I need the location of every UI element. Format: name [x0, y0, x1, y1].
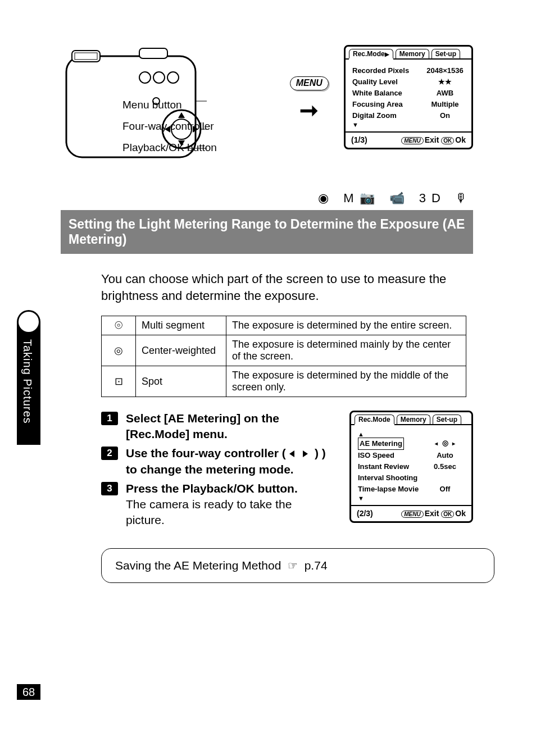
- memo-page-ref: p.74: [305, 559, 328, 572]
- lcd1-focus-label: Focusing Area: [352, 99, 403, 110]
- intro-paragraph: You can choose which part of the screen …: [101, 271, 466, 304]
- center-weighted-desc: The exposure is determined mainly by the…: [226, 335, 466, 366]
- lcd2-timelapse-value: Off: [425, 484, 465, 495]
- spot-name: Spot: [136, 366, 226, 397]
- mode-icons-row: ◉ M📷 📹 3D 🎙: [61, 191, 473, 206]
- arrow-right-icon: ➞: [299, 97, 319, 123]
- ok-pill-icon: OK: [441, 511, 454, 518]
- step-2: 2 Use the four-way controller ( ) ) to c…: [101, 445, 336, 477]
- spot-desc: The exposure is determined by the middle…: [226, 366, 466, 397]
- callout-fourway-controller: Four-way controller: [122, 120, 214, 133]
- menu-button-icon: MENU: [290, 76, 329, 90]
- multi-segment-desc: The exposure is determined by the entire…: [226, 316, 466, 335]
- metering-modes-table: ⦾ Multi segment The exposure is determin…: [101, 316, 466, 397]
- svg-rect-3: [139, 48, 167, 58]
- camera-callouts: Menu button Four-way controller Playback…: [122, 94, 269, 158]
- step-number-icon: 3: [101, 482, 118, 495]
- lcd1-recorded-pixels-value: 2048×1536: [425, 65, 465, 76]
- lcd1-quality-value: ★★: [425, 76, 465, 88]
- camera-illustration: Menu button Four-way controller Playback…: [61, 45, 207, 168]
- lcd2-ae-label: AE Metering: [358, 438, 404, 450]
- lcd2-tab-recmode: Rec.Mode: [355, 415, 394, 424]
- page-number: 68: [17, 684, 40, 700]
- lcd1-tab-setup: Set-up: [431, 49, 460, 58]
- lcd2-tab-setup: Set-up: [433, 415, 461, 424]
- step-3-heading: Press the Playback/OK button.: [126, 482, 298, 495]
- lcd2-iso-value: Auto: [425, 450, 465, 461]
- camera-illustration-block: Menu button Four-way controller Playback…: [61, 45, 274, 168]
- center-weighted-icon: ◎: [102, 335, 136, 366]
- lcd1-ok-label: Ok: [455, 135, 466, 144]
- lcd2-interval-value: [425, 472, 465, 484]
- ok-pill-icon: OK: [441, 137, 454, 144]
- callout-menu-button: Menu button: [122, 99, 182, 111]
- section-heading: Setting the Light Metering Range to Dete…: [61, 210, 473, 254]
- memo-text: Saving the AE Metering Method: [115, 559, 281, 572]
- hand-pointer-icon: ☞: [288, 559, 298, 572]
- lcd2-instreview-label: Instant Review: [358, 461, 409, 472]
- lcd1-focus-value: Multiple: [425, 99, 465, 110]
- table-row: ⊡ Spot The exposure is determined by the…: [102, 366, 466, 397]
- lcd2-page-indicator: (2/3): [357, 509, 373, 518]
- step-3-body: The camera is ready to take the picture.: [126, 498, 292, 526]
- spot-icon: ⊡: [102, 366, 136, 397]
- lcd1-wb-value: AWB: [425, 88, 465, 99]
- lcd2-ae-value: ◂ ◎ ▸: [425, 438, 465, 450]
- multi-segment-name: Multi segment: [136, 316, 226, 335]
- lcd2-scroll-up-icon: ▲: [358, 431, 465, 438]
- lcd2-timelapse-label: Time-lapse Movie: [358, 484, 419, 495]
- step-number-icon: 1: [101, 412, 118, 425]
- menu-pill-icon: MENU: [401, 511, 423, 518]
- lcd2-interval-label: Interval Shooting: [358, 472, 417, 484]
- lcd1-tab-memory: Memory: [396, 49, 429, 58]
- lcd-screenshot-2: Rec.Mode Memory Set-up ▲ AE Metering ◂ ◎…: [349, 411, 473, 531]
- side-tab-dot: [19, 312, 39, 332]
- lcd1-tab-recmode: Rec.Mode▶: [349, 49, 393, 58]
- menu-arrow-column: MENU ➞: [274, 45, 344, 123]
- step-1: 1 Select [AE Metering] on the [Rec.Mode]…: [101, 411, 336, 442]
- menu-pill-icon: MENU: [401, 137, 423, 144]
- fourway-left-right-icon: [289, 446, 308, 462]
- callout-playback-ok: Playback/OK button: [122, 142, 217, 154]
- lcd1-zoom-label: Digital Zoom: [352, 110, 397, 121]
- camera-and-lcd-row: Menu button Four-way controller Playback…: [61, 45, 473, 168]
- step-1-text: Select [AE Metering] on the [Rec.Mode] m…: [126, 412, 279, 440]
- cross-reference-box: Saving the AE Metering Method ☞ p.74: [101, 548, 494, 583]
- lcd1-zoom-value: On: [425, 110, 465, 121]
- lcd1-wb-label: White Balance: [352, 88, 402, 99]
- table-row: ◎ Center-weighted The exposure is determ…: [102, 335, 466, 366]
- lcd2-scroll-down-icon: ▼: [358, 495, 465, 502]
- step-3: 3 Press the Playback/OK button. The came…: [101, 481, 336, 528]
- lcd1-recorded-pixels-label: Recorded Pixels: [352, 65, 409, 76]
- lcd2-exit-label: Exit: [425, 509, 439, 518]
- lcd2-iso-label: ISO Speed: [358, 450, 394, 461]
- table-row: ⦾ Multi segment The exposure is determin…: [102, 316, 466, 335]
- center-weighted-name: Center-weighted: [136, 335, 226, 366]
- lcd1-exit-label: Exit: [425, 135, 439, 144]
- lcd2-tab-memory: Memory: [397, 415, 430, 424]
- svg-rect-1: [72, 51, 100, 62]
- multi-segment-icon: ⦾: [102, 316, 136, 335]
- lcd2-instreview-value: 0.5sec: [425, 461, 465, 472]
- lcd1-quality-label: Quality Level: [352, 76, 398, 88]
- lcd1-scroll-down-icon: ▼: [352, 121, 465, 128]
- section-side-label: Taking Pictures: [21, 339, 34, 424]
- step-number-icon: 2: [101, 447, 118, 460]
- lcd2-ok-label: Ok: [455, 509, 466, 518]
- lcd1-page-indicator: (1/3): [351, 135, 367, 144]
- lcd-screenshot-1: Rec.Mode▶ Memory Set-up Recorded Pixels2…: [344, 45, 473, 149]
- step-2-text-a: Use the four-way controller (: [126, 447, 286, 459]
